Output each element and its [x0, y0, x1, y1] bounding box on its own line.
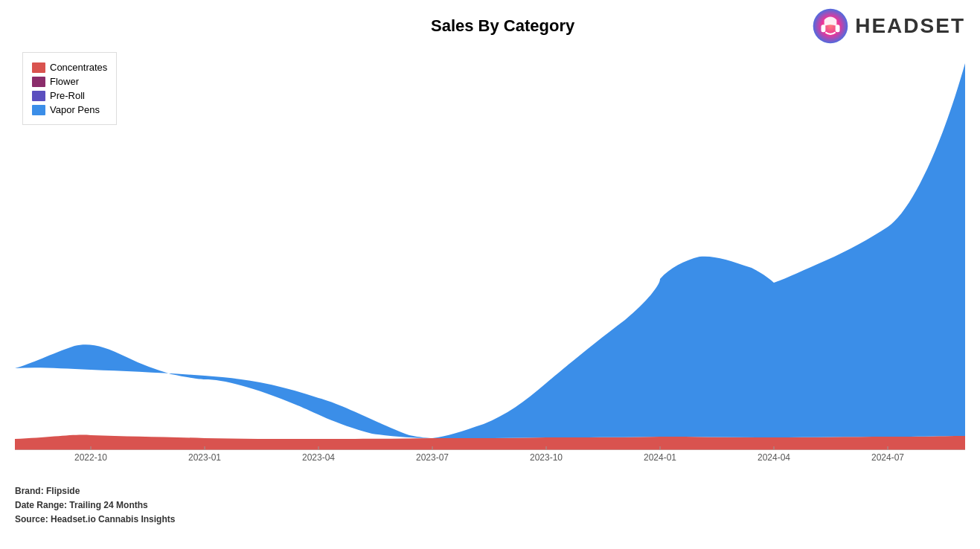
concentrates-swatch	[32, 62, 45, 73]
date-label: Date Range:	[15, 500, 67, 510]
headset-logo-icon	[812, 7, 849, 45]
chart-title: Sales By Category	[104, 16, 812, 36]
x-label-2024-07: 2024-07	[871, 450, 904, 463]
svg-rect-2	[836, 25, 840, 32]
page: Sales By Category HEADSET	[0, 0, 980, 549]
x-axis-labels: 2022-10 2023-01 2023-04 2023-07 2023-10 …	[15, 446, 965, 480]
brand-info: Brand: Flipside	[15, 484, 965, 498]
footer: Brand: Flipside Date Range: Trailing 24 …	[0, 480, 980, 532]
logo-area: HEADSET	[812, 7, 965, 45]
date-range-info: Date Range: Trailing 24 Months	[15, 498, 965, 513]
x-label-2023-01: 2023-01	[188, 450, 221, 463]
preroll-swatch	[32, 91, 45, 101]
preroll-label: Pre-Roll	[50, 90, 85, 101]
x-label-2023-10: 2023-10	[530, 450, 563, 463]
vaporpens-swatch	[32, 105, 45, 115]
x-label-2024-04: 2024-04	[758, 450, 790, 463]
concentrates-label: Concentrates	[50, 62, 107, 73]
brand-label: Brand:	[15, 486, 44, 496]
logo-text: HEADSET	[855, 14, 965, 38]
x-label-2022-10: 2022-10	[74, 450, 107, 463]
date-value: Trailing 24 Months	[69, 500, 147, 510]
x-label-2024-01: 2024-01	[644, 450, 676, 463]
source-label: Source:	[15, 514, 48, 524]
source-info: Source: Headset.io Cannabis Insights	[15, 513, 965, 527]
svg-point-0	[813, 9, 848, 44]
header: Sales By Category HEADSET	[0, 0, 980, 48]
x-label-2023-07: 2023-07	[416, 450, 449, 463]
chart-legend: Concentrates Flower Pre-Roll Vapor Pens	[22, 52, 117, 125]
source-value: Headset.io Cannabis Insights	[51, 514, 175, 524]
chart-container: Concentrates Flower Pre-Roll Vapor Pens	[15, 48, 965, 480]
legend-item-preroll: Pre-Roll	[32, 90, 107, 101]
legend-item-vaporpens: Vapor Pens	[32, 104, 107, 115]
svg-rect-1	[822, 25, 826, 32]
x-label-2023-04: 2023-04	[302, 450, 335, 463]
flower-label: Flower	[50, 76, 79, 87]
legend-item-flower: Flower	[32, 76, 107, 87]
brand-value: Flipside	[46, 486, 80, 496]
legend-item-concentrates: Concentrates	[32, 62, 107, 73]
main-chart	[15, 48, 965, 450]
vaporpens-label: Vapor Pens	[50, 104, 100, 115]
flower-swatch	[32, 77, 45, 87]
